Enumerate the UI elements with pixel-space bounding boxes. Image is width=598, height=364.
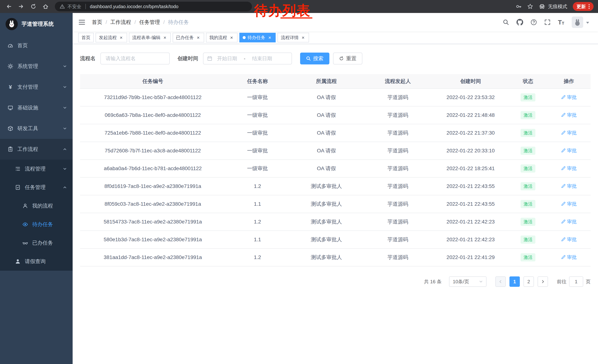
sidebar-item-done-tasks[interactable]: 已办任务 [0,234,73,252]
sidebar-item-infrastructure[interactable]: 基础设施 [0,97,73,118]
top-navbar: 首页 / 工作流程 / 任务管理 / 待办任务 [73,13,598,32]
approve-link[interactable]: 审批 [561,201,577,207]
sidebar-item-todo-tasks[interactable]: 待办任务 [0,215,73,234]
close-icon[interactable]: × [196,35,201,40]
cell-created: 2022-01-21 22:42:23 [432,213,509,231]
table-row: 75d72608-7b7f-11ec-a3c8-acde48001122 一级审… [80,142,590,160]
approve-link[interactable]: 审批 [561,129,577,136]
back-icon[interactable] [4,2,13,11]
close-icon[interactable]: × [300,35,306,40]
search-icon[interactable] [503,19,509,25]
breadcrumb-item[interactable]: 任务管理 [139,19,160,26]
fullscreen-icon[interactable] [544,19,551,25]
cell-initiator: 芋道源码 [364,89,432,106]
approve-link[interactable]: 审批 [561,147,577,154]
cell-task-id: 73211d9d-7b9b-11ec-b5b7-acde48001122 [80,89,225,106]
sidebar-item-task-management[interactable]: 任务管理 [0,178,73,197]
tab-start-process[interactable]: 发起流程 × [96,33,127,42]
tab-process-detail[interactable]: 流程详情 × [277,33,309,42]
incognito-label: 无痕模式 [548,3,567,10]
status-badge: 激活 [521,147,535,155]
font-size-icon[interactable]: TT [558,19,564,25]
close-icon[interactable]: × [119,35,124,40]
close-icon[interactable]: × [267,35,272,40]
sidebar-item-my-process[interactable]: 我的流程 [0,197,73,215]
approve-link[interactable]: 审批 [561,236,577,243]
approve-link[interactable]: 审批 [561,94,577,101]
process-name-label: 流程名 [80,55,96,62]
key-icon[interactable] [516,4,522,9]
tab-done-tasks[interactable]: 已办任务 × [173,33,204,42]
reset-button[interactable]: 重置 [333,53,362,65]
help-icon[interactable] [531,19,537,25]
tab-todo-tasks[interactable]: 待办任务 × [239,33,276,42]
cell-process: OA 请假 [289,124,364,142]
close-icon[interactable]: × [162,35,167,40]
process-name-input[interactable] [100,53,170,65]
table-row: 381aa1dd-7ac8-11ec-a9e2-a2380e71991a 1.2… [80,249,590,266]
close-icon[interactable]: × [229,35,234,40]
bookmark-star-icon[interactable] [527,4,533,9]
next-page-button[interactable] [538,276,548,287]
cell-task-id: 381aa1dd-7ac8-11ec-a9e2-a2380e71991a [80,249,225,266]
page-button-1[interactable]: 1 [509,276,520,287]
github-icon[interactable] [516,19,523,25]
search-button[interactable]: 搜索 [300,53,329,65]
tab-form-edit[interactable]: 流程表单-编辑 × [129,33,171,42]
chevron-up-icon [63,147,67,151]
app-logo[interactable]: 芋道管理系统 [0,13,73,35]
avatar[interactable] [572,16,583,28]
reload-icon[interactable] [29,2,38,11]
breadcrumb-item[interactable]: 首页 [92,19,102,26]
cell-action: 审批 [547,142,590,160]
sidebar-item-home[interactable]: 首页 [0,35,73,56]
approve-link[interactable]: 审批 [561,254,577,260]
cell-action: 审批 [547,213,590,231]
hamburger-icon[interactable] [79,19,85,25]
goto-page-input[interactable] [569,276,583,287]
page-size-select[interactable]: 10条/页 [449,276,486,287]
page-button-2[interactable]: 2 [523,276,534,287]
forward-icon[interactable] [17,2,25,11]
tab-my-process[interactable]: 我的流程 × [206,33,238,42]
approve-link[interactable]: 审批 [561,183,577,189]
sidebar-item-devtools[interactable]: 研发工具 [0,118,73,139]
user-menu[interactable] [572,16,590,28]
cell-status: 激活 [509,177,547,195]
date-range-picker[interactable]: - [203,53,292,65]
table-header-row: 任务编号 任务名称 所属流程 流程发起人 创建时间 状态 操作 [80,74,590,89]
cell-status: 激活 [509,213,547,231]
sidebar-item-process-management[interactable]: 流程管理 [0,160,73,178]
sidebar-item-payment[interactable]: ¥ 支付管理 [0,77,73,97]
address-bar[interactable]: 不安全 dashboard.yudao.iocoder.cn/bpm/task/… [55,2,252,11]
app-title: 芋道管理系统 [22,20,54,28]
end-date-input[interactable] [249,56,275,61]
filter-bar: 流程名 创建时间 - 搜索 重置 [80,53,590,65]
chevron-down-icon [63,106,67,110]
sidebar-item-workflow[interactable]: 工作流程 [0,139,73,160]
cell-process: OA 请假 [289,160,364,177]
column-header: 任务编号 [80,74,225,89]
approve-link[interactable]: 审批 [561,112,577,118]
security-chip-label[interactable]: 不安全 [67,4,81,10]
prev-page-button[interactable] [495,276,506,287]
tab-home[interactable]: 首页 [78,33,94,42]
workflow-submenu: 流程管理 任务管理 我的流程 待办任务 [0,160,73,271]
approve-link[interactable]: 审批 [561,165,577,172]
cell-created: 2022-01-22 18:25:41 [432,160,509,177]
start-date-input[interactable] [214,56,240,61]
sidebar-item-label: 流程管理 [25,165,46,172]
approve-link[interactable]: 审批 [561,218,577,225]
sidebar-item-system[interactable]: 系统管理 [0,56,73,77]
update-button[interactable]: 更新 [573,2,594,11]
cell-initiator: 芋道源码 [364,106,432,124]
url-text[interactable]: dashboard.yudao.iocoder.cn/bpm/task/todo [90,4,178,9]
cell-task-name: 1.1 [225,231,289,249]
cell-task-name: 一级审批 [225,124,289,142]
home-icon[interactable] [41,2,50,11]
sidebar-item-leave-query[interactable]: 请假查询 [0,252,73,271]
breadcrumb-item[interactable]: 工作流程 [110,19,131,26]
table-row: 8f059c03-7ac8-11ec-a9e2-a2380e71991a 1.1… [80,195,590,213]
cell-initiator: 芋道源码 [364,231,432,249]
kebab-menu-icon[interactable] [588,4,590,9]
